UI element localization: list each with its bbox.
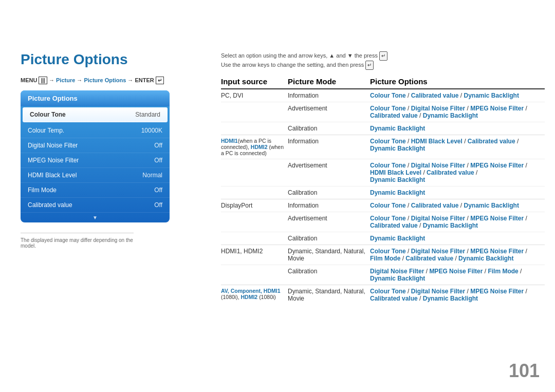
menu-box-title: Picture Options <box>21 90 170 106</box>
pic-mode: Advertisement <box>288 162 370 183</box>
table-group-av: AV, Component, HDMI1 (1080i), HDMI2 (108… <box>221 285 545 305</box>
enter-icon: ↵ <box>379 51 387 61</box>
pic-opts: Colour Tone / Digital Noise Filter / MPE… <box>370 288 545 302</box>
table-row: AV, Component, HDMI1 (1080i), HDMI2 (108… <box>221 285 545 305</box>
table-group-hdmi12: HDMI1, HDMI2 Dynamic, Standard, Natural,… <box>221 245 545 285</box>
pic-opts: Dynamic Backlight <box>370 125 545 132</box>
pic-opts: Dynamic Backlight <box>370 235 545 242</box>
table: Input source Picture Mode Picture Option… <box>221 77 545 305</box>
pic-opts: Digital Noise Filter / MPEG Noise Filter… <box>370 268 545 282</box>
menu-item-digital-noise[interactable]: Digital Noise Filter Off <box>21 138 170 153</box>
pic-mode: Calibration <box>288 125 370 132</box>
table-row: Calibration Dynamic Backlight <box>221 122 545 135</box>
page-number: 101 <box>509 360 540 382</box>
page-title: Picture Options <box>21 51 206 68</box>
pic-mode: Information <box>288 92 370 99</box>
pic-opts: Colour Tone / Digital Noise Filter / MPE… <box>370 248 545 262</box>
input-source: HDMI1, HDMI2 <box>221 248 288 262</box>
pic-opts: Colour Tone / Digital Noise Filter / MPE… <box>370 215 545 229</box>
pic-mode: Calibration <box>288 235 370 242</box>
input-source: HDMI1(when a PC is connected), HDMI2 (wh… <box>221 138 288 156</box>
table-group-displayport: DisplayPort Information Colour Tone / Ca… <box>221 199 545 245</box>
input-source: DisplayPort <box>221 202 288 209</box>
pic-opts: Colour Tone / Digital Noise Filter / MPE… <box>370 162 545 183</box>
pic-opts: Colour Tone / HDMI Black Level / Calibra… <box>370 138 545 156</box>
menu-item-film-mode[interactable]: Film Mode Off <box>21 183 170 198</box>
table-row: HDMI1(when a PC is connected), HDMI2 (wh… <box>221 135 545 159</box>
table-row: Calibration Digital Noise Filter / MPEG … <box>221 265 545 285</box>
pic-opts: Dynamic Backlight <box>370 189 545 196</box>
table-group-hdmi-pc: HDMI1(when a PC is connected), HDMI2 (wh… <box>221 135 545 199</box>
table-group-pc-dvi: PC, DVI Information Colour Tone / Calibr… <box>221 89 545 135</box>
input-source: PC, DVI <box>221 92 288 99</box>
pic-mode: Information <box>288 202 370 209</box>
table-row: Calibration Dynamic Backlight <box>221 186 545 199</box>
menu-item-colour-temp[interactable]: Colour Temp. 10000K <box>21 123 170 138</box>
table-row: HDMI1, HDMI2 Dynamic, Standard, Natural,… <box>221 245 545 265</box>
table-row: Calibration Dynamic Backlight <box>221 232 545 245</box>
table-row: PC, DVI Information Colour Tone / Calibr… <box>221 89 545 102</box>
col-header-options: Picture Options <box>370 77 545 86</box>
table-row: Advertisement Colour Tone / Digital Nois… <box>221 102 545 122</box>
menu-item-hdmi-black[interactable]: HDMI Black Level Normal <box>21 168 170 183</box>
input-source: AV, Component, HDMI1 (1080i), HDMI2 (108… <box>221 288 288 302</box>
table-header: Input source Picture Mode Picture Option… <box>221 77 545 89</box>
col-header-input: Input source <box>221 77 288 86</box>
right-panel: Select an option using the and arrow key… <box>221 51 545 305</box>
left-panel: Picture Options MENU ||| → Picture → Pic… <box>21 51 206 249</box>
pic-opts: Colour Tone / Digital Noise Filter / MPE… <box>370 105 545 119</box>
menu-item-mpeg-noise[interactable]: MPEG Noise Filter Off <box>21 153 170 168</box>
pic-mode: Information <box>288 138 370 156</box>
menu-item-value: Standard <box>135 111 160 118</box>
menu-item-label: Colour Tone <box>30 111 66 118</box>
menu-box: Picture Options Colour Tone Standard Col… <box>21 90 170 222</box>
pic-opts: Colour Tone / Calibrated value / Dynamic… <box>370 202 545 209</box>
scroll-arrow-down: ▼ <box>21 213 170 222</box>
footnote: The displayed image may differ depending… <box>21 233 134 249</box>
confirm-icon: ↵ <box>365 61 374 70</box>
table-row: Advertisement Colour Tone / Digital Nois… <box>221 159 545 186</box>
pic-mode: Dynamic, Standard, Natural,Movie <box>288 288 370 302</box>
pic-mode: Dynamic, Standard, Natural,Movie <box>288 248 370 262</box>
instructions: Select an option using the and arrow key… <box>221 51 545 70</box>
menu-path: MENU ||| → Picture → Picture Options → E… <box>21 77 206 83</box>
menu-item-calibrated[interactable]: Calibrated value Off <box>21 198 170 213</box>
table-row: Advertisement Colour Tone / Digital Nois… <box>221 212 545 232</box>
pic-mode: Calibration <box>288 189 370 196</box>
table-row: DisplayPort Information Colour Tone / Ca… <box>221 199 545 212</box>
pic-mode: Calibration <box>288 268 370 282</box>
col-header-mode: Picture Mode <box>288 77 370 86</box>
pic-mode: Advertisement <box>288 105 370 119</box>
menu-item-colour-tone[interactable]: Colour Tone Standard <box>23 107 168 122</box>
pic-opts: Colour Tone / Calibrated value / Dynamic… <box>370 92 545 99</box>
pic-mode: Advertisement <box>288 215 370 229</box>
